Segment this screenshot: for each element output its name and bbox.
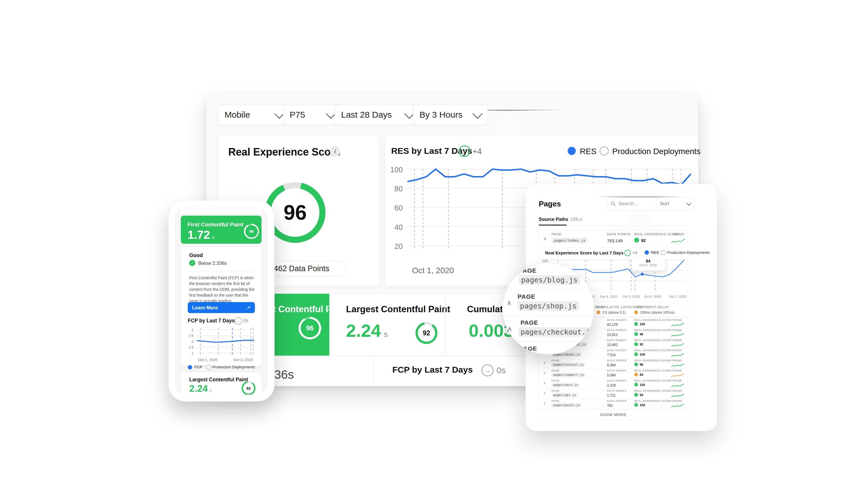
col-trend-label: TREND xyxy=(672,329,682,332)
col-data-label: DATA POINTS xyxy=(607,319,627,322)
page-path-chip: pages/index.js xyxy=(552,238,588,243)
arrow-right-circle-icon[interactable]: → xyxy=(482,364,494,377)
col-trend-label: TREND xyxy=(672,359,682,362)
ytick: 1.5 xyxy=(186,346,193,350)
phone-fcp-card[interactable]: First Contentful Paint 1.72s 96 xyxy=(181,216,261,244)
show-more-label: SHOW MORE xyxy=(600,413,626,417)
res-legend-label[interactable]: RES xyxy=(580,147,597,156)
col-page-label: PAGE xyxy=(552,232,562,236)
page-path-chip: pages/support.js xyxy=(552,372,586,377)
magnified-page-chip: pages/blog.js xyxy=(519,275,580,285)
mini-metric-value: 0.5 (above 0.1) xyxy=(602,311,626,315)
col-data-label: DATA POINTS xyxy=(607,329,627,332)
score-check-icon: ✓ xyxy=(634,332,638,336)
metric-lcp-title: Largest Contentful Paint xyxy=(346,304,450,315)
ytick: 1 xyxy=(186,351,193,355)
show-more-button[interactable]: SHOW MORE xyxy=(538,410,688,420)
trend-sparkline xyxy=(671,323,684,327)
collapse-chevron-icon[interactable]: ∧ xyxy=(544,371,546,375)
tab-source-paths[interactable]: Source Paths xyxy=(539,217,568,222)
learn-more-button[interactable]: Learn More ↗ xyxy=(188,302,255,313)
tablet-search-box[interactable]: Search... xyxy=(607,197,661,210)
phone-fcp-chart xyxy=(197,328,254,355)
ytick: 3 xyxy=(186,328,193,332)
divider xyxy=(503,290,594,290)
page-path-chip: pages/contact.js xyxy=(552,362,586,367)
col-res-label: REAL EXPERIENCE SCORE xyxy=(634,399,672,402)
ytick: 20 xyxy=(389,242,403,251)
tablet-title: Pages xyxy=(539,199,561,208)
mini-metric-label: FIRST INPUT DELAY xyxy=(634,305,669,309)
check-icon: ✓ xyxy=(189,260,195,266)
trend-sparkline xyxy=(671,343,684,347)
table-row[interactable]: ∧PAGEpages/support.jsDATA POINTS5,064REA… xyxy=(538,368,687,379)
ytick: 100 xyxy=(389,165,403,174)
col-trend-label: TREND xyxy=(672,232,684,236)
collapse-chevron-icon[interactable]: ∧ xyxy=(544,361,546,365)
tablet-sort-select[interactable]: Sort xyxy=(656,197,694,210)
metric-lcp-score: 92 xyxy=(418,324,435,342)
table-row[interactable]: ∧PAGEpages/api.jsDATA POINTS1,721REAL EX… xyxy=(538,389,687,399)
status-threshold: Below 2.336s xyxy=(198,260,227,266)
res-gauge-score: 96 xyxy=(271,188,319,237)
ytick: 2.5 xyxy=(186,334,193,338)
col-page-label: PAGE xyxy=(552,369,560,372)
search-icon xyxy=(611,201,616,206)
active-tab-underline xyxy=(539,225,566,226)
arrow-right-circle-icon: → xyxy=(235,317,242,325)
trend-up-icon: ↑ xyxy=(459,145,470,157)
tab-urls[interactable]: URLs xyxy=(570,217,582,222)
phone-lcp-card[interactable]: Largest Contentful Paint 2.24s 92 xyxy=(181,372,261,395)
col-page-label: PAGE xyxy=(552,399,560,402)
data-points-value: 1,721 xyxy=(607,393,616,397)
score-check-icon: ✓ xyxy=(634,322,638,326)
phone-lcp-gauge: 92 xyxy=(242,381,255,395)
magnified-page-label: PAGE xyxy=(521,319,538,326)
percentile-filter-value: P75 xyxy=(290,110,305,120)
percentile-filter-select[interactable]: P75 xyxy=(283,105,341,125)
interval-filter-select[interactable]: By 3 Hours xyxy=(413,105,488,125)
chevron-down-icon xyxy=(687,201,691,206)
col-data-label: DATA POINTS xyxy=(607,232,630,236)
xtick: Oct 5, 2020 xyxy=(623,295,640,298)
col-data-label: DATA POINTS xyxy=(607,389,627,392)
col-res-label: REAL EXPERIENCE SCORE xyxy=(634,389,672,392)
tablet-search-placeholder: Search... xyxy=(618,201,638,207)
phone-chart-title: FCP by Last 7 Days xyxy=(188,318,235,324)
table-row[interactable]: ∧PAGEpages/docs.jsDATA POINTS2,319REAL E… xyxy=(538,379,687,389)
trend-sparkline xyxy=(671,373,684,377)
trend-sparkline xyxy=(671,363,684,367)
collapse-chevron-icon[interactable]: ∧ xyxy=(544,401,546,405)
data-points-value: 13,912 xyxy=(607,333,618,337)
magnified-page-label: PAGE xyxy=(518,293,535,300)
table-row[interactable]: ∧ PAGE pages/index.js DATA POINTS 783,14… xyxy=(538,231,687,248)
deployments-legend-icon xyxy=(599,146,609,156)
table-row[interactable]: ∧PAGEpages/contact.jsDATA POINTS6,364REA… xyxy=(538,358,687,369)
res-score-value: 84 xyxy=(640,373,643,377)
col-res-label: REAL EXPERIENCE SCORE xyxy=(634,349,672,352)
external-link-icon: ↗ xyxy=(247,305,251,311)
xtick: Oct 1, 2020 xyxy=(198,358,218,362)
x-axis-label: Oct 1, 2020 xyxy=(412,266,454,275)
col-page-label: PAGE xyxy=(552,379,560,382)
fcp-legend-dot xyxy=(188,365,192,369)
info-icon[interactable]: i xyxy=(330,146,340,156)
col-res-label: REAL EXPERIENCE SCORE xyxy=(634,329,672,332)
score-check-icon xyxy=(634,372,638,377)
col-res-label: REAL EXPERIENCE SCORE xyxy=(634,359,672,362)
collapse-chevron-icon[interactable]: ∧ xyxy=(544,391,546,395)
collapse-chevron-icon[interactable]: ∧ xyxy=(544,381,546,385)
col-trend-label: TREND xyxy=(672,319,682,322)
res-score-value: 100 xyxy=(640,403,645,407)
deployments-legend-label[interactable]: Production Deployments xyxy=(612,147,701,156)
device-filter-select[interactable]: Mobile xyxy=(218,105,290,125)
hidden-text-fragment: 36s xyxy=(274,368,294,382)
divider xyxy=(373,356,374,385)
range-filter-value: Last 28 Days xyxy=(341,110,392,120)
score-check-icon: ✓ xyxy=(634,403,638,407)
range-filter-select[interactable]: Last 28 Days xyxy=(335,105,420,125)
divider xyxy=(329,294,330,356)
table-row[interactable]: ∧PAGEpages/posts.jsDATA POINTS762REAL EX… xyxy=(538,399,687,410)
collapse-chevron-icon[interactable]: ∧ xyxy=(544,236,547,241)
phone-fcp-score: 96 xyxy=(245,225,258,238)
